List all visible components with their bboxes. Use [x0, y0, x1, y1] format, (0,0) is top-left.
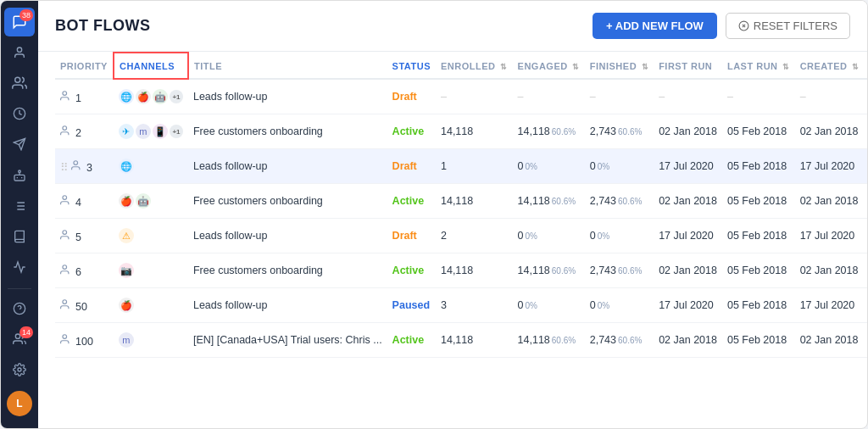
table-row: 100m[EN] [Canada+USA] Trial users: Chris…: [55, 323, 867, 358]
title-cell: Free customers onboarding: [188, 114, 387, 149]
channels-cell: 📷: [114, 254, 188, 288]
engaged-cell: 14,11860.6%: [513, 184, 585, 219]
col-created[interactable]: CREATED ⇅: [795, 53, 865, 79]
channels-cell: ✈m📱+1: [114, 114, 188, 149]
channel-apple-icon: 🍎: [136, 89, 151, 104]
table-row: 1🌐🍎🤖+1Leads follow-upDraft––––––LLes: [55, 79, 867, 114]
title-cell: Leads follow-up: [188, 288, 387, 323]
col-last-run[interactable]: LAST RUN ⇅: [722, 53, 795, 79]
priority-icon: [71, 159, 83, 171]
sidebar-item-bot[interactable]: [4, 160, 35, 189]
status-badge: Draft: [392, 160, 417, 172]
col-status[interactable]: STATUS: [387, 53, 436, 79]
sidebar-item-book[interactable]: [4, 222, 35, 251]
engaged-cell: –: [513, 79, 585, 114]
priority-icon: [60, 194, 72, 206]
svg-point-29: [63, 299, 67, 304]
drag-handle[interactable]: ⠿: [60, 162, 69, 174]
status-cell: Draft: [387, 149, 436, 184]
enrolled-cell: 1: [436, 149, 513, 184]
table-row: 4🍎🤖Free customers onboardingActive14,118…: [55, 184, 867, 219]
svg-point-26: [63, 195, 67, 199]
channels-cell: ⚠: [114, 219, 188, 254]
header-actions: + ADD NEW FLOW RESET FILTERS: [593, 13, 850, 39]
channel-plus-icon: +1: [170, 90, 183, 103]
sidebar-item-chart[interactable]: [4, 253, 35, 281]
first-run-cell: 02 Jan 2018: [654, 254, 722, 288]
col-created-by[interactable]: CREATED BY: [865, 53, 867, 79]
svg-point-23: [63, 91, 67, 95]
priority-cell: 50: [55, 288, 114, 323]
last-run-cell: 05 Feb 2018: [722, 114, 795, 149]
finished-cell: –: [585, 79, 654, 114]
last-run-cell: –: [722, 79, 795, 114]
first-run-cell: –: [654, 79, 722, 114]
created-by-cell: TTetiana: [865, 254, 867, 288]
created-by-cell: NNick: [865, 114, 867, 149]
svg-point-6: [19, 170, 21, 173]
engaged-cell: 14,11860.6%: [513, 254, 585, 288]
created-by-cell: LLes: [865, 288, 867, 323]
col-first-run[interactable]: FIRST RUN: [654, 53, 722, 79]
engaged-cell: 00%: [513, 149, 585, 184]
sidebar-item-settings[interactable]: [4, 355, 35, 384]
col-enrolled[interactable]: ENROLLED ⇅: [436, 53, 513, 79]
col-priority[interactable]: PRIORITY: [55, 53, 114, 79]
created-by-cell: VValentin: [865, 184, 867, 219]
last-run-sort-icon: ⇅: [782, 63, 790, 71]
created-cell: 02 Jan 2018: [795, 184, 865, 219]
created-by-cell: TTetiana🗑: [865, 149, 867, 184]
channel-warning-icon: ⚠: [119, 228, 134, 243]
sidebar-item-notifications[interactable]: 14: [4, 325, 35, 354]
priority-cell: 5: [55, 219, 114, 254]
first-run-cell: 02 Jan 2018: [654, 323, 722, 358]
priority-icon: [60, 229, 72, 241]
sidebar-item-send[interactable]: [4, 130, 35, 159]
priority-icon: [60, 333, 72, 345]
status-badge: Active: [392, 195, 425, 207]
enrolled-sort-icon: ⇅: [500, 63, 508, 71]
status-cell: Draft: [387, 219, 436, 254]
engaged-cell: 00%: [513, 288, 585, 323]
created-by-cell: PPaul: [865, 323, 867, 358]
sidebar-item-chat[interactable]: 38: [4, 8, 35, 36]
svg-point-0: [17, 47, 21, 52]
sidebar-item-clock[interactable]: [4, 99, 35, 128]
priority-cell: 6: [55, 254, 114, 288]
table-area: PRIORITY CHANNELS TITLE STATUS ENROLLED …: [38, 52, 867, 428]
col-engaged[interactable]: ENGAGED ⇅: [513, 53, 585, 79]
created-cell: 02 Jan 2018: [795, 114, 865, 149]
svg-point-1: [15, 77, 20, 82]
title-cell: Free customers onboarding: [188, 254, 387, 288]
reset-filters-button[interactable]: RESET FILTERS: [726, 13, 850, 39]
svg-point-19: [18, 368, 21, 371]
created-by-cell: LLes: [865, 79, 867, 114]
col-channels[interactable]: CHANNELS: [114, 53, 188, 79]
enrolled-cell: 14,118: [436, 114, 513, 149]
sidebar-item-user[interactable]: [4, 38, 35, 67]
svg-point-24: [63, 125, 67, 130]
priority-icon: [60, 90, 72, 102]
sidebar-item-help[interactable]: [4, 294, 35, 323]
created-cell: 17 Jul 2020: [795, 149, 865, 184]
add-new-flow-button[interactable]: + ADD NEW FLOW: [593, 13, 717, 39]
engaged-cell: 14,11860.6%: [513, 323, 585, 358]
col-title[interactable]: TITLE: [188, 53, 387, 79]
svg-point-25: [74, 160, 78, 164]
finished-cell: 2,74360.6%: [585, 323, 654, 358]
sidebar-item-list[interactable]: [4, 192, 35, 220]
svg-point-27: [63, 230, 67, 234]
last-run-cell: 05 Feb 2018: [722, 149, 795, 184]
sidebar: 38 14: [1, 1, 38, 428]
user-avatar[interactable]: L: [7, 391, 32, 416]
sidebar-item-people[interactable]: [4, 69, 35, 98]
channel-plus-icon: +1: [170, 125, 183, 138]
col-finished[interactable]: FINISHED ⇅: [585, 53, 654, 79]
finished-cell: 00%: [585, 149, 654, 184]
priority-cell: ⠿3: [55, 149, 114, 184]
table-row: ⠿3🌐Leads follow-upDraft100%00%17 Jul 202…: [55, 149, 867, 184]
first-run-cell: 17 Jul 2020: [654, 288, 722, 323]
status-cell: Active: [387, 114, 436, 149]
channels-cell: 🍎🤖: [114, 184, 188, 219]
enrolled-cell: –: [436, 79, 513, 114]
